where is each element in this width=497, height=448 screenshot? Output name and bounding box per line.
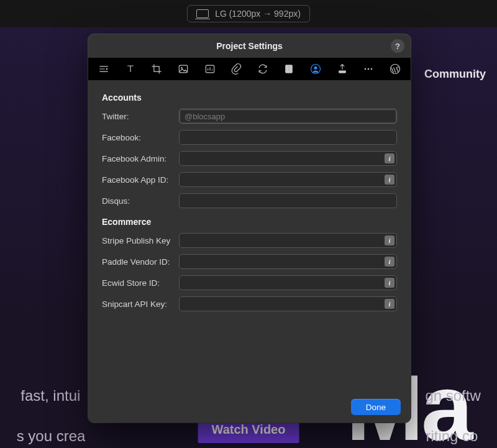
svg-point-11 [368,68,370,70]
field-label: Disqus: [102,196,179,206]
field-wrap: i [179,233,397,248]
accounts-input-3[interactable] [179,172,397,187]
dialog-footer: Done [88,391,411,423]
section-heading-accounts: Accounts [102,93,397,103]
field-label: Facebook: [102,133,179,142]
field-wrap [179,130,397,145]
form-row: Facebook Admin:i [102,151,397,166]
svg-rect-6 [289,68,290,71]
accounts-input-4[interactable] [179,193,397,208]
export-icon[interactable] [335,62,349,76]
ecommerce-input-3[interactable] [179,296,397,311]
ecommerce-input-0[interactable] [179,233,397,248]
info-badge-icon[interactable]: i [385,153,394,163]
form-row: Stripe Publish Keyi [102,233,397,248]
svg-point-10 [365,68,367,70]
svg-point-0 [106,68,108,70]
field-wrap: i [179,172,397,187]
info-badge-icon[interactable]: i [385,299,394,309]
field-label: Stripe Publish Key [102,236,179,245]
field-wrap: i [179,275,397,290]
more-icon[interactable] [362,62,375,76]
done-button[interactable]: Done [351,399,401,415]
dialog-title-bar: Project Settings ? [88,34,411,58]
field-label: Ecwid Store ID: [102,278,179,288]
dialog-title: Project Settings [216,41,283,51]
breakpoint-selector[interactable]: LG (1200px → 992px) [187,5,310,22]
svg-rect-1 [179,65,187,73]
field-wrap [179,193,397,208]
form-row: Paddle Vendor ID:i [102,254,397,269]
info-badge-icon[interactable]: i [385,235,394,245]
form-row: Facebook: [102,130,397,145]
typography-icon[interactable] [124,62,137,76]
field-wrap: i [179,151,397,166]
field-wrap: i [179,254,397,269]
ecommerce-input-2[interactable] [179,275,397,290]
ecommerce-input-1[interactable] [179,254,397,269]
info-badge-icon[interactable]: i [385,278,394,288]
image-icon[interactable] [176,62,190,76]
svg-point-2 [181,67,183,69]
analytics-icon[interactable] [203,62,217,76]
info-badge-icon[interactable]: i [385,175,394,185]
svg-point-8 [314,66,317,70]
settings-tabstrip [88,58,411,80]
info-badge-icon[interactable]: i [385,257,394,267]
laptop-icon [196,9,209,18]
refresh-icon[interactable] [256,62,270,76]
general-icon[interactable] [97,62,111,76]
project-settings-dialog: Project Settings ? Accounts Twitter:Face… [88,34,411,423]
accounts-input-2[interactable] [179,151,397,166]
breakpoint-label: LG (1200px → 992px) [215,9,301,19]
form-row: Disqus: [102,193,397,208]
svg-point-5 [288,66,290,68]
field-wrap: i [179,296,397,311]
attachment-icon[interactable] [229,62,243,76]
svg-rect-9 [339,71,346,73]
field-label: Twitter: [102,112,179,121]
accounts-input-0[interactable] [179,109,397,124]
field-wrap [179,109,397,124]
form-row: Snipcart API Key:i [102,296,397,311]
field-label: Paddle Vendor ID: [102,257,179,267]
nav-link-community[interactable]: Community [424,68,486,81]
accounts-icon[interactable] [309,62,322,76]
app-toolbar: LG (1200px → 992px) [0,0,497,27]
wordpress-icon[interactable] [388,62,402,76]
field-label: Facebook App ID: [102,175,179,185]
svg-point-12 [371,68,373,70]
section-heading-ecommerce: Ecommerce [102,217,397,227]
crop-icon[interactable] [150,62,163,76]
field-label: Facebook Admin: [102,154,179,163]
accounts-input-1[interactable] [179,130,397,145]
info-icon[interactable] [282,62,296,76]
field-label: Snipcart API Key: [102,299,179,309]
form-row: Twitter: [102,109,397,124]
form-row: Facebook App ID:i [102,172,397,187]
form-row: Ecwid Store ID:i [102,275,397,290]
help-button[interactable]: ? [391,39,404,53]
